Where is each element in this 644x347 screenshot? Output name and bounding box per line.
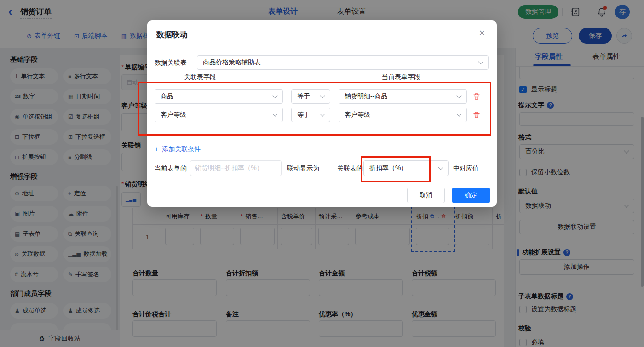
related-field-value: 折扣率（%） xyxy=(369,164,407,172)
chevron-down-icon xyxy=(272,93,277,98)
related-field-select[interactable]: 折扣率（%） xyxy=(363,160,448,176)
condition1-field-select[interactable]: 商品 xyxy=(155,89,283,104)
column-header-current-field: 当前表单字段 xyxy=(382,73,420,81)
current-field-placeholder: 销货明细--折扣率（%） xyxy=(195,164,263,172)
modal-header-divider xyxy=(147,46,497,46)
chevron-down-icon xyxy=(320,111,325,116)
confirm-button[interactable]: 确定 xyxy=(452,188,490,203)
chevron-down-icon xyxy=(456,111,461,116)
relation-table-label: 数据关联表 xyxy=(155,59,187,67)
data-linkage-modal: 数据联动 × 数据关联表 商品价格策略辅助表 关联表字段 当前表单字段 商品 等… xyxy=(147,20,497,207)
condition1-field: 商品 xyxy=(161,92,173,101)
column-header-related-field: 关联表字段 xyxy=(184,73,216,81)
link-display-as-label: 联动显示为 xyxy=(287,165,319,173)
condition2-target: 客户等级 xyxy=(345,111,370,119)
current-form-prefix: 当前表单的 xyxy=(155,165,187,173)
condition1-op-select[interactable]: 等于 xyxy=(291,89,330,104)
corresponding-value-suffix: 中对应值 xyxy=(453,165,479,173)
condition2-field: 客户等级 xyxy=(161,111,186,119)
chevron-down-icon xyxy=(456,93,461,98)
condition2-field-select[interactable]: 客户等级 xyxy=(155,108,283,122)
condition1-target: 销货明细--商品 xyxy=(345,92,387,101)
current-field-input[interactable]: 销货明细--折扣率（%） xyxy=(190,160,282,176)
add-condition-link[interactable]: + 添加关联条件 xyxy=(155,145,201,154)
modal-title: 数据联动 xyxy=(156,29,188,40)
chevron-down-icon xyxy=(320,93,325,98)
condition1-op: 等于 xyxy=(297,92,310,101)
relation-table-select[interactable]: 商品价格策略辅助表 xyxy=(197,55,489,70)
cancel-button[interactable]: 取消 xyxy=(407,188,445,203)
plus-icon: + xyxy=(155,145,158,154)
add-condition-label: 添加关联条件 xyxy=(162,145,201,154)
close-icon[interactable]: × xyxy=(475,26,489,40)
delete-condition2-icon[interactable] xyxy=(472,110,481,119)
condition2-target-select[interactable]: 客户等级 xyxy=(339,108,467,122)
delete-condition1-icon[interactable] xyxy=(472,92,481,101)
related-table-prefix: 关联表的 xyxy=(337,165,363,173)
chevron-down-icon xyxy=(438,165,443,170)
relation-table-value: 商品价格策略辅助表 xyxy=(203,58,261,67)
condition2-op-select[interactable]: 等于 xyxy=(291,108,330,122)
condition2-op: 等于 xyxy=(297,111,310,119)
condition1-target-select[interactable]: 销货明细--商品 xyxy=(339,89,467,104)
chevron-down-icon xyxy=(272,111,277,116)
chevron-down-icon xyxy=(478,59,483,64)
